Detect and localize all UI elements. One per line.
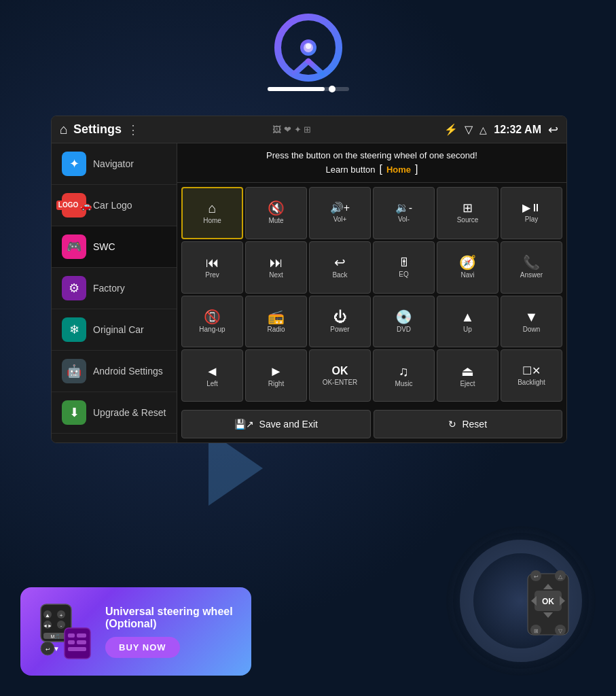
- back-btn-icon: ↩: [334, 256, 346, 269]
- promo-title: Universal steering wheel(Optional): [105, 606, 238, 630]
- grid-btn-vol-minus[interactable]: 🔉- Vol-: [373, 187, 435, 239]
- left-btn-label: Left: [206, 380, 218, 387]
- grid-btn-hangup[interactable]: 📵 Hang-up: [181, 296, 243, 348]
- sidebar-item-factory[interactable]: ⚙ Factory: [52, 268, 177, 309]
- eject-btn-label: Eject: [460, 380, 475, 387]
- factory-label: Factory: [93, 283, 125, 294]
- header-status-icons: 🖼 ❤ ✦ ⊞: [272, 124, 311, 135]
- steering-wheel-top-icon: [268, 14, 349, 91]
- sidebar-item-navigator[interactable]: ✦ Navigator: [52, 143, 177, 185]
- promo-text: Universal steering wheel(Optional) BUY N…: [105, 606, 238, 658]
- hangup-btn-label: Hang-up: [199, 326, 225, 333]
- promo-card: ▲ + ◄► - M🎵 ↩ ▼: [20, 587, 251, 676]
- eq-btn-icon: 🎚: [398, 256, 410, 268]
- time-display: 12:32 AM: [494, 124, 541, 136]
- grid-btn-dvd[interactable]: 💿 DVD: [373, 296, 435, 348]
- svg-point-6: [306, 44, 311, 49]
- grid-btn-vol-plus[interactable]: 🔊+ Vol+: [309, 187, 371, 239]
- upgrade-reset-label: Upgrade & Reset: [93, 407, 166, 418]
- music-btn-icon: ♫: [399, 364, 409, 378]
- svg-rect-21: [68, 640, 75, 644]
- svg-text:↩: ↩: [534, 574, 539, 580]
- swc-header: Press the button on the steering wheel o…: [177, 143, 566, 183]
- music-btn-label: Music: [395, 380, 412, 387]
- bluetooth-icon: ⚡: [444, 123, 458, 136]
- sidebar-item-upgrade-reset[interactable]: ⬇ Upgrade & Reset: [52, 392, 177, 434]
- mute-btn-label: Mute: [268, 217, 283, 224]
- vol-plus-btn-label: Vol+: [333, 215, 347, 223]
- original-car-icon: ❄: [62, 317, 86, 342]
- power-btn-icon: ⏻: [333, 310, 347, 324]
- reset-icon: ↻: [448, 419, 456, 430]
- left-btn-icon: ◄: [206, 364, 219, 378]
- next-btn-label: Next: [269, 271, 283, 279]
- grid-btn-up[interactable]: ▲ Up: [437, 296, 499, 348]
- vol-minus-btn-label: Vol-: [398, 215, 410, 223]
- grid-btn-ok-enter[interactable]: OK OK-ENTER: [309, 349, 371, 402]
- home-icon[interactable]: ⌂: [60, 122, 68, 137]
- up-btn-icon: ▲: [461, 310, 475, 324]
- buy-now-button[interactable]: BUY NOW: [105, 637, 180, 658]
- button-grid: ⌂ Home 🔇 Mute 🔊+ Vol+ 🔉- Vol- ⊞: [177, 183, 566, 406]
- grid-btn-mute[interactable]: 🔇 Mute: [245, 187, 307, 239]
- reset-button[interactable]: ↻ Reset: [374, 410, 563, 438]
- grid-btn-answer[interactable]: 📞 Answer: [501, 241, 562, 294]
- prev-btn-icon: ⏮: [206, 256, 219, 269]
- sidebar-item-android-settings[interactable]: 🤖 Android Settings: [52, 351, 177, 392]
- svg-text:▼: ▼: [53, 645, 60, 652]
- grid-btn-back[interactable]: ↩ Back: [309, 241, 371, 294]
- action-buttons-row: 💾↗ Save and Exit ↻ Reset: [177, 406, 566, 442]
- grid-btn-next[interactable]: ⏭ Next: [245, 241, 307, 294]
- vol-plus-btn-icon: 🔊+: [330, 203, 350, 213]
- grid-btn-home[interactable]: ⌂ Home: [181, 187, 243, 239]
- save-exit-button[interactable]: 💾↗ Save and Exit: [181, 410, 371, 438]
- home-btn-icon: ⌂: [208, 201, 216, 215]
- source-btn-icon: ⊞: [463, 202, 473, 214]
- dvd-btn-icon: 💿: [395, 310, 412, 324]
- back-button[interactable]: ↩: [548, 122, 558, 137]
- bracket-left: [: [379, 163, 382, 175]
- sidebar-item-original-car[interactable]: ❄ Original Car: [52, 309, 177, 351]
- svg-text:↩: ↩: [46, 646, 50, 652]
- grid-btn-right[interactable]: ► Right: [245, 349, 307, 402]
- grid-btn-left[interactable]: ◄ Left: [181, 349, 243, 402]
- grid-btn-navi[interactable]: 🧭 Navi: [437, 241, 499, 294]
- up-btn-label: Up: [463, 326, 472, 333]
- power-btn-label: Power: [330, 326, 349, 333]
- grid-btn-radio[interactable]: 📻 Radio: [245, 296, 307, 348]
- grid-btn-eject[interactable]: ⏏ Eject: [437, 349, 499, 402]
- sidebar: ✦ Navigator LOGO 🚗 Car Logo 🎮 SWC ⚙: [52, 143, 177, 442]
- sidebar-item-swc[interactable]: 🎮 SWC: [52, 226, 177, 268]
- grid-btn-power[interactable]: ⏻ Power: [309, 296, 371, 348]
- swc-icon: 🎮: [62, 234, 86, 259]
- navigator-label: Navigator: [93, 158, 134, 169]
- svg-text:-: -: [60, 623, 62, 629]
- panel-header: ⌂ Settings ⋮ 🖼 ❤ ✦ ⊞ ⚡ ▽ △ 12:32 AM ↩: [52, 116, 566, 143]
- svg-line-2: [295, 61, 308, 73]
- car-logo-icon: LOGO 🚗: [62, 193, 86, 218]
- grid-btn-source[interactable]: ⊞ Source: [437, 187, 499, 239]
- svg-text:M🎵: M🎵: [51, 633, 61, 640]
- svg-text:▽: ▽: [558, 628, 563, 634]
- grid-btn-play[interactable]: ▶⏸ Play: [501, 187, 562, 239]
- grid-btn-prev[interactable]: ⏮ Prev: [181, 241, 243, 294]
- grid-btn-backlight[interactable]: ☐✕ Backlight: [501, 349, 562, 402]
- swc-label: SWC: [93, 241, 115, 252]
- settings-title: Settings: [73, 122, 122, 137]
- android-settings-icon: 🤖: [62, 359, 86, 383]
- down-btn-label: Down: [523, 326, 541, 333]
- navigator-icon: ✦: [62, 152, 86, 176]
- progress-bar: [268, 87, 349, 91]
- svg-rect-20: [77, 633, 86, 638]
- grid-btn-eq[interactable]: 🎚 EQ: [373, 241, 435, 294]
- grid-btn-music[interactable]: ♫ Music: [373, 349, 435, 402]
- press-instruction: Press the button on the steering wheel o…: [184, 150, 560, 160]
- sidebar-item-car-logo[interactable]: LOGO 🚗 Car Logo: [52, 185, 177, 226]
- original-car-label: Original Car: [93, 324, 144, 335]
- menu-icon[interactable]: ⋮: [127, 122, 139, 137]
- grid-btn-down[interactable]: ▼ Down: [501, 296, 562, 348]
- bottom-section: ▲ + ◄► - M🎵 ↩ ▼: [0, 526, 616, 676]
- navi-btn-icon: 🧭: [459, 256, 476, 269]
- bracket-right: ]: [415, 163, 418, 175]
- svg-text:◄►: ◄►: [43, 623, 52, 628]
